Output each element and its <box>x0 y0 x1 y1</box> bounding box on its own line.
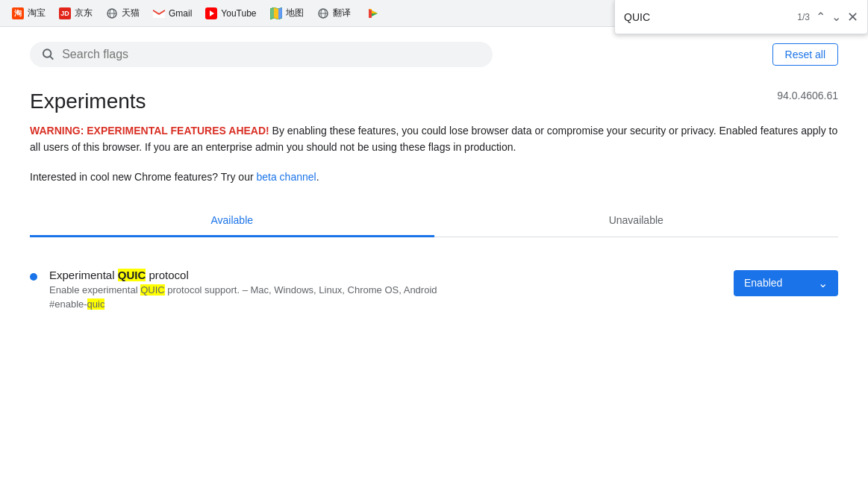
flag-status-dropdown[interactable]: Enabled ⌄ <box>734 270 838 296</box>
warning-text: WARNING: EXPERIMENTAL FEATURES AHEAD! By… <box>30 122 838 156</box>
bookmark-taobao-label: 淘宝 <box>28 7 46 19</box>
flag-title-after: protocol <box>146 269 189 281</box>
globe-icon <box>106 7 118 19</box>
tabs-container: Available Unavailable <box>30 205 838 237</box>
interest-prefix: Interested in cool new Chrome features? … <box>30 171 256 183</box>
svg-marker-9 <box>278 7 282 19</box>
flag-title-highlight: QUIC <box>118 269 146 281</box>
beta-channel-link[interactable]: beta channel <box>256 171 316 183</box>
bookmark-jd[interactable]: JD 京东 <box>53 4 99 22</box>
find-prev-icon[interactable]: ⌃ <box>816 10 825 24</box>
svg-marker-8 <box>274 7 278 19</box>
flag-desc: Enable experimental QUIC protocol suppor… <box>49 284 722 296</box>
tab-available-label: Available <box>210 214 253 226</box>
find-bar-count: 1/3 <box>797 12 810 22</box>
flag-content: Experimental QUIC protocol Enable experi… <box>49 269 722 310</box>
bookmark-gmail-label: Gmail <box>169 8 192 19</box>
page-title: Experiments <box>30 90 146 113</box>
flag-desc-highlight: QUIC <box>140 284 165 296</box>
flag-item-quic: Experimental QUIC protocol Enable experi… <box>30 260 838 319</box>
bookmark-fanyi-label: 翻译 <box>333 7 351 19</box>
svg-point-16 <box>43 49 51 57</box>
flag-anchor: #enable-quic <box>49 298 722 310</box>
tab-unavailable-label: Unavailable <box>609 214 664 226</box>
gmail-icon <box>153 7 165 19</box>
svg-line-17 <box>50 56 53 59</box>
translate-globe-icon <box>317 7 329 19</box>
bookmark-maps[interactable]: 地图 <box>264 4 310 22</box>
find-bar: QUIC 1/3 ⌃ ⌄ ✕ <box>614 0 868 34</box>
maps-icon <box>270 7 282 19</box>
tab-unavailable[interactable]: Unavailable <box>434 205 839 237</box>
flag-title: Experimental QUIC protocol <box>49 269 722 281</box>
flag-status-label: Enabled <box>744 277 782 289</box>
bookmark-fanyi[interactable]: 翻译 <box>311 4 357 22</box>
reset-all-button[interactable]: Reset all <box>772 43 838 66</box>
interest-suffix: . <box>316 171 319 183</box>
svg-marker-7 <box>270 7 274 19</box>
taobao-icon: 淘 <box>12 7 24 19</box>
bookmark-more[interactable] <box>361 4 385 22</box>
jd-icon: JD <box>59 7 71 19</box>
main-content: Reset all Experiments 94.0.4606.61 WARNI… <box>0 27 868 334</box>
title-row: Experiments 94.0.4606.61 <box>30 90 838 119</box>
bookmark-gmail[interactable]: Gmail <box>147 4 198 22</box>
play-icon <box>367 7 379 19</box>
bookmark-taobao[interactable]: 淘 淘宝 <box>6 4 51 22</box>
flag-dot <box>30 273 37 281</box>
search-flags-input[interactable] <box>62 48 481 61</box>
version-number: 94.0.4606.61 <box>777 90 838 101</box>
flag-control: Enabled ⌄ <box>734 270 838 296</box>
bookmark-youtube[interactable]: YouTube <box>199 4 262 22</box>
find-close-icon[interactable]: ✕ <box>847 9 858 25</box>
bookmark-youtube-label: YouTube <box>221 8 256 19</box>
warning-label: WARNING: EXPERIMENTAL FEATURES AHEAD! <box>30 125 269 137</box>
bookmark-maps-label: 地图 <box>286 7 304 19</box>
search-icon <box>42 48 54 61</box>
find-input[interactable]: QUIC <box>624 11 791 23</box>
interest-text: Interested in cool new Chrome features? … <box>30 171 838 183</box>
search-flags-bar: Reset all <box>30 42 838 67</box>
search-flags-input-wrap <box>30 42 493 67</box>
flag-desc-after: protocol support. – Mac, Windows, Linux,… <box>165 284 437 296</box>
chevron-down-icon: ⌄ <box>818 276 828 290</box>
find-next-icon[interactable]: ⌄ <box>831 10 841 24</box>
bookmark-jd-label: 京东 <box>75 7 93 19</box>
bookmark-tianmao[interactable]: 天猫 <box>100 4 146 22</box>
flag-desc-before: Enable experimental <box>49 284 140 296</box>
bookmark-tianmao-label: 天猫 <box>122 7 140 19</box>
youtube-icon <box>205 7 217 19</box>
tab-available[interactable]: Available <box>30 205 434 237</box>
svg-marker-5 <box>210 10 214 16</box>
svg-marker-14 <box>369 9 372 18</box>
flag-anchor-highlight: quic <box>87 298 105 310</box>
flag-anchor-before: #enable- <box>49 298 87 310</box>
flag-title-before: Experimental <box>49 269 118 281</box>
